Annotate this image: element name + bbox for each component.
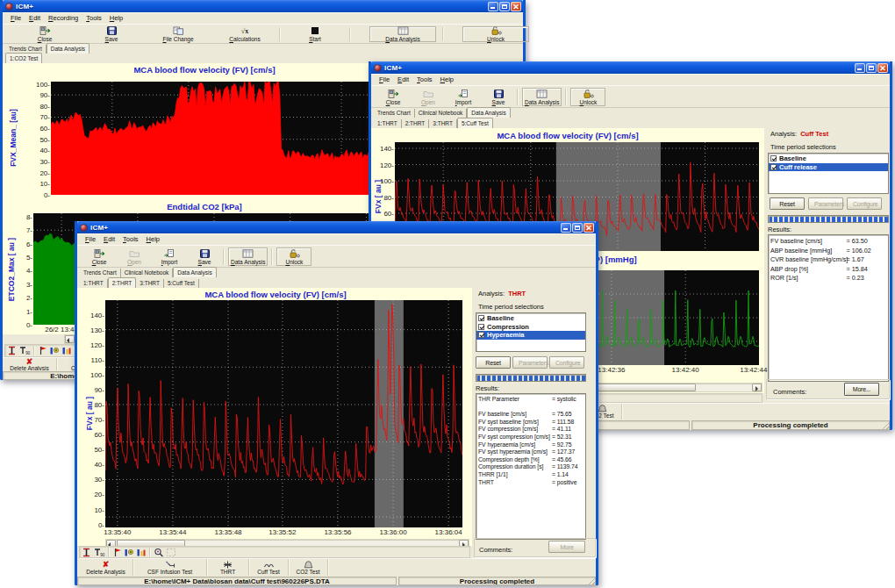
menu-item-edit[interactable]: Edit [397,75,409,83]
zoom-icon[interactable] [154,548,164,557]
toolbar-button-save[interactable]: Save [78,25,145,43]
results-listbox[interactable]: FV baseline [cm/s]= 63.50ABP baseline [m… [768,234,889,382]
titlebar-3[interactable]: ICM+ ✕ [77,221,596,233]
menu-item-recording[interactable]: Recording [48,14,78,22]
chart-io-icon[interactable] [124,548,134,557]
fv-plot[interactable]: 010203040506070809010011012013014013:35:… [105,300,462,527]
ibeam-icon[interactable] [7,346,17,355]
menu-item-file[interactable]: File [11,14,21,22]
tab-2-thrt[interactable]: 2:THRT [402,119,430,128]
period-row-hyperaemia[interactable]: Hyperaemia [476,331,585,340]
test-button-co2-test[interactable]: CO2 Test [289,559,328,576]
parameters-button[interactable]: Parameters [808,197,843,210]
tab-3-thrt[interactable]: 3:THRT [429,119,457,128]
resize-grip-icon[interactable] [588,577,596,585]
tab-data-analysis[interactable]: Data Analysis [467,107,510,118]
configure-button[interactable]: Configure [847,197,882,210]
menu-item-file[interactable]: File [85,235,96,243]
menu-item-file[interactable]: File [379,75,390,83]
tab-data-analysis[interactable]: Data Analysis [47,43,90,54]
menu-item-help[interactable]: Help [110,14,123,22]
menu-item-help[interactable]: Help [147,235,160,243]
test-button-csf-infusion-test[interactable]: CSF Infusion Test [133,559,207,576]
close-button[interactable]: ✕ [877,63,888,73]
parameters-button[interactable]: Parameters [512,356,548,369]
minimize-button[interactable] [561,223,571,233]
maximize-button[interactable] [499,2,510,11]
toolbar-button-import[interactable]: Import [446,87,481,107]
checkbox-icon[interactable] [770,155,777,161]
toolbar-button-calculations[interactable]: √xCalculations [211,25,278,43]
menu-item-edit[interactable]: Edit [104,235,115,243]
toolbar-button-unlock[interactable]: Unlock [570,88,605,106]
tab-trends-chart[interactable]: Trends Chart [80,269,121,277]
tab-5-cuff-test[interactable]: 5:Cuff Test [457,118,493,128]
tab-1-co2-test[interactable]: 1:CO2 Test [5,53,42,63]
close-button[interactable]: ✕ [511,2,521,11]
fv-mean-plot[interactable]: 0102030405060708090100 [51,82,399,195]
test-button-cuff-test[interactable]: Cuff Test [249,559,289,576]
time-period-listbox[interactable]: BaselineCompressionHyperaemia [476,312,586,352]
tab-trends-chart[interactable]: Trends Chart [374,109,415,118]
titlebar-1[interactable]: ICM+ ✕ [3,0,523,12]
toolbar-button-open[interactable]: Open [411,87,446,107]
chart-i8-icon[interactable] [136,548,147,557]
tab-5-cuff-test[interactable]: 5:Cuff Test [164,279,199,288]
time-period-listbox[interactable]: BaselineCuff release [768,153,889,194]
toolbar-button-file-change[interactable]: File Change [145,25,211,43]
period-row-baseline[interactable]: Baseline [769,154,888,163]
checkbox-icon[interactable] [478,315,484,321]
toolbar-button-data-analysis[interactable]: Data Analysis [369,26,436,42]
more-button[interactable]: More [548,541,585,553]
tab-clinical-notebook[interactable]: Clinical Notebook [415,109,468,118]
menu-item-edit[interactable]: Edit [29,14,40,22]
more-button[interactable]: More... [844,383,879,396]
flag-red-icon[interactable] [38,346,47,355]
scroll-right-icon[interactable] [752,384,762,391]
tab-2-thrt[interactable]: 2:THRT [108,277,137,288]
menu-item-tools[interactable]: Tools [86,14,102,22]
tab-clinical-notebook[interactable]: Clinical Notebook [121,269,174,277]
toolbar-button-start[interactable]: Start [282,25,348,43]
toolbar-button-save[interactable]: Save [187,247,222,267]
tab-1-thrt[interactable]: 1:THRT [80,279,108,288]
tab-1-thrt[interactable]: 1:THRT [374,119,402,128]
period-row-compression[interactable]: Compression [476,323,585,332]
resize-grip-icon[interactable] [882,422,890,430]
toolbar-button-close[interactable]: Close [11,25,78,43]
t90-icon[interactable]: 90 [93,548,105,557]
test-button-thrt[interactable]: THRT [207,559,249,576]
checkbox-icon[interactable] [478,332,484,338]
toolbar-button-import[interactable]: Import [152,247,187,267]
configure-button[interactable]: Configure [549,356,584,369]
period-row-baseline[interactable]: Baseline [476,314,585,323]
reset-button[interactable]: Reset [476,356,511,369]
menu-item-tools[interactable]: Tools [123,235,139,243]
test-button-delete-analysis[interactable]: ✘Delete Analysis [79,559,133,576]
toolbar-button-unlock[interactable]: Unlock [276,247,311,266]
titlebar-2[interactable]: ICM+ ✕ [371,61,890,74]
menu-item-help[interactable]: Help [440,75,454,83]
checkbox-icon[interactable] [770,164,777,170]
menu-item-tools[interactable]: Tools [417,75,433,83]
period-row-cuff-release[interactable]: Cuff release [769,163,888,172]
minimize-button[interactable] [488,2,498,11]
chart-io-icon[interactable] [49,346,60,355]
maximize-button[interactable] [866,63,877,73]
t90-icon[interactable]: 90 [18,346,31,355]
chart-i8-icon[interactable] [61,346,72,355]
toolbar-button-save[interactable]: Save [481,87,516,107]
tab-3-thrt[interactable]: 3:THRT [136,279,164,288]
select-dashed-icon[interactable] [166,548,176,557]
maximize-button[interactable] [572,223,583,233]
toolbar-button-unlock[interactable]: Unlock [462,26,529,42]
toolbar-button-data-analysis[interactable]: Data Analysis [522,88,562,106]
checkbox-icon[interactable] [478,324,484,330]
toolbar-button-close[interactable]: Close [82,247,117,267]
close-button[interactable]: ✕ [584,223,594,233]
test-button-delete-analysis[interactable]: ✘Delete Analysis [3,358,57,370]
scroll-left-icon[interactable] [65,335,75,343]
toolbar-button-data-analysis[interactable]: Data Analysis [228,247,268,266]
flag-red-icon[interactable] [112,548,122,557]
minimize-button[interactable] [855,63,865,73]
